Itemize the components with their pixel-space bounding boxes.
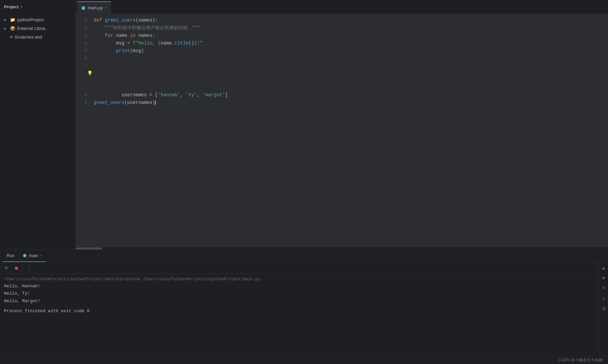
scrollbar-thumb[interactable] — [76, 247, 102, 249]
line-number-7: 7 — [76, 62, 92, 69]
line-content-1: def greet_users(names): — [92, 17, 608, 24]
bottom-main: ↻ ◼ ⋮ /Users/xiou/PycharmProjects/python… — [0, 262, 608, 356]
line-content-5: print(msg) — [92, 47, 608, 54]
main-tab-label: main — [29, 253, 38, 258]
spacer — [4, 305, 595, 308]
project-chevron-icon: ▾ — [21, 5, 22, 9]
tab-bar: P main.py × — [76, 0, 608, 14]
python-tab-icon: P — [23, 253, 27, 258]
soft-wrap-icon[interactable]: ≡ — [600, 285, 607, 292]
python-file-icon: P — [81, 6, 86, 10]
code-line-7: 7 — [76, 62, 608, 69]
sidebar-item-externallibraries[interactable]: ▶ 📦 External Librar... — [0, 24, 75, 33]
more-options-button[interactable]: ⋮ — [26, 264, 33, 272]
folder-icon: 📁 — [10, 17, 15, 22]
line-content-3: for name in names: — [92, 32, 608, 39]
line-number-1: 1 — [76, 17, 92, 24]
scroll-to-end-icon[interactable]: ⤓ — [600, 295, 607, 302]
run-side-icons: ▲ ▼ ≡ ⤓ 🖨 — [599, 262, 608, 356]
print-icon[interactable]: 🖨 — [600, 305, 607, 312]
arrow-icon: ▶ — [4, 27, 8, 30]
line-content-4: msg = f"Hello, {name.title()}!" — [92, 40, 608, 47]
code-line-8: 8 💡 usernames = ['hannah', 'ty', 'margot… — [76, 69, 608, 99]
bottom-panel: Run P main × ↻ ◼ ⋮ /Users/xiou/Pych — [0, 250, 608, 356]
stop-button[interactable]: ◼ — [13, 264, 20, 272]
sidebar-item-pythonproject[interactable]: ▶ 📁 pythonProject — [0, 15, 75, 24]
lightbulb-icon: 💡 — [87, 70, 93, 77]
toolbar-separator — [23, 265, 23, 271]
line-content-9: greet_users(usernames) — [92, 99, 608, 106]
arrow-icon: ▶ — [4, 18, 8, 22]
line-content-2: """向列表中的每位用户发出简单的问候。""" — [92, 24, 608, 32]
line-number-2: 2 — [76, 25, 92, 32]
line-content-8: 💡 usernames = ['hannah', 'ty', 'margot'] — [92, 69, 608, 99]
svg-text:P: P — [24, 254, 26, 257]
editor-area[interactable]: 1 def greet_users(names): 2 """向列表中的每位用户… — [76, 14, 608, 250]
code-line-1: 1 def greet_users(names): — [76, 17, 608, 24]
project-label: Project — [4, 4, 19, 9]
code-line-6: 6 — [76, 55, 608, 62]
run-tab[interactable]: Run — [3, 250, 19, 262]
line-number-8: 8 — [76, 92, 92, 99]
scratches-icon: ≡ — [10, 35, 13, 40]
code-editor[interactable]: 1 def greet_users(names): 2 """向列表中的每位用户… — [76, 14, 608, 247]
code-line-3: 3 for name in names: — [76, 32, 608, 40]
sidebar-item-scratches[interactable]: ▶ ≡ Scratches and — [0, 33, 75, 41]
more-dots-icon: ⋮ — [27, 265, 32, 271]
run-tab-label: Run — [7, 253, 15, 258]
editor-horizontal-scrollbar[interactable] — [76, 247, 608, 250]
scroll-up-icon[interactable]: ▲ — [600, 265, 607, 272]
main-tab-close-icon[interactable]: × — [40, 254, 42, 257]
rerun-button[interactable]: ↻ — [3, 264, 10, 272]
terminal-output[interactable]: /Users/xiou/PycharmProjects/pythonProjec… — [0, 274, 599, 356]
main-area: ▶ 📁 pythonProject ▶ 📦 External Librar...… — [0, 14, 608, 250]
status-bar: CSDN @小幽余生不加糖 — [0, 356, 608, 364]
line-number-5: 5 — [76, 47, 92, 55]
terminal-line-1: Hello, Hannah! — [4, 283, 595, 290]
sidebar-item-label: External Librar... — [17, 26, 49, 31]
code-line-5: 5 print(msg) — [76, 47, 608, 55]
terminal-path-line: /Users/xiou/PycharmProjects/pythonProjec… — [4, 276, 595, 283]
tab-close-icon[interactable]: × — [105, 6, 107, 10]
line-number-9: 9 — [76, 99, 92, 107]
sidebar-item-label: Scratches and — [15, 35, 42, 40]
terminal-line-3: Hello, Margot! — [4, 298, 595, 305]
line-number-4: 4 — [76, 40, 92, 47]
project-panel-header[interactable]: Project ▾ — [0, 0, 76, 14]
line-number-6: 6 — [76, 55, 92, 62]
project-sidebar: ▶ 📁 pythonProject ▶ 📦 External Librar...… — [0, 14, 76, 250]
code-line-2: 2 """向列表中的每位用户发出简单的问候。""" — [76, 24, 608, 32]
sidebar-item-label: pythonProject — [17, 17, 44, 22]
status-label: CSDN @小幽余生不加糖 — [558, 357, 603, 363]
title-bar: Project ▾ P main.py × — [0, 0, 608, 14]
code-line-4: 4 msg = f"Hello, {name.title()}!" — [76, 40, 608, 47]
terminal-exit-line: Process finished with exit code 0 — [4, 308, 595, 315]
main-py-tab[interactable]: P main.py × — [77, 1, 111, 14]
bottom-tab-bar: Run P main × — [0, 250, 608, 262]
main-tab[interactable]: P main × — [19, 250, 46, 262]
run-toolbar: ↻ ◼ ⋮ — [0, 262, 599, 274]
scroll-down-icon[interactable]: ▼ — [600, 275, 607, 282]
code-line-9: 9 greet_users(usernames) — [76, 99, 608, 107]
project-title: Project ▾ — [4, 4, 22, 9]
tab-label: main.py — [88, 5, 103, 10]
svg-text:P: P — [82, 7, 84, 10]
lib-icon: 📦 — [10, 26, 15, 31]
terminal-line-2: Hello, Ty! — [4, 290, 595, 297]
line-number-3: 3 — [76, 32, 92, 40]
